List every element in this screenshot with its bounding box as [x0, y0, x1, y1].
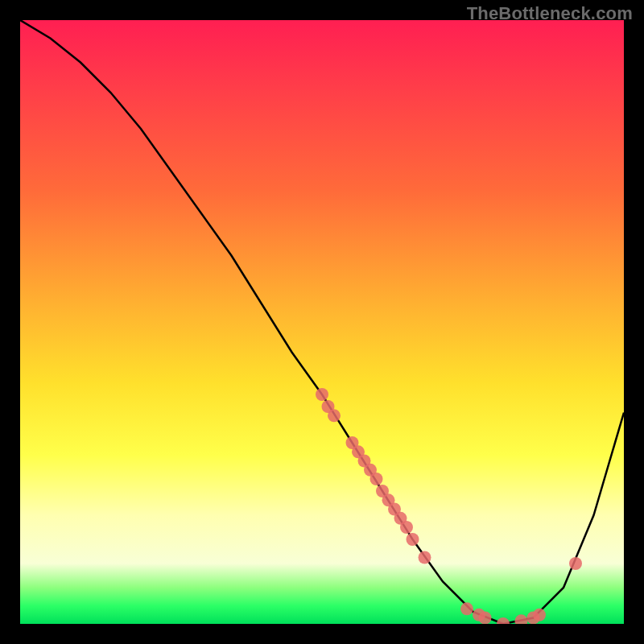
- chart-container: TheBottleneck.com: [0, 0, 644, 644]
- watermark-text: TheBottleneck.com: [467, 3, 633, 24]
- chart-svg: [20, 20, 624, 624]
- curve-line: [20, 20, 624, 624]
- data-marker: [316, 388, 328, 401]
- data-marker: [419, 551, 431, 564]
- data-marker: [407, 533, 419, 546]
- data-marker: [370, 473, 383, 485]
- data-marker: [569, 557, 582, 570]
- data-marker: [497, 617, 510, 624]
- data-marker: [533, 609, 546, 621]
- data-marker: [400, 521, 413, 534]
- plot-area: [20, 20, 624, 624]
- data-marker: [328, 409, 341, 422]
- data-marker: [479, 612, 492, 625]
- data-marker: [460, 602, 473, 615]
- data-marker: [515, 614, 528, 624]
